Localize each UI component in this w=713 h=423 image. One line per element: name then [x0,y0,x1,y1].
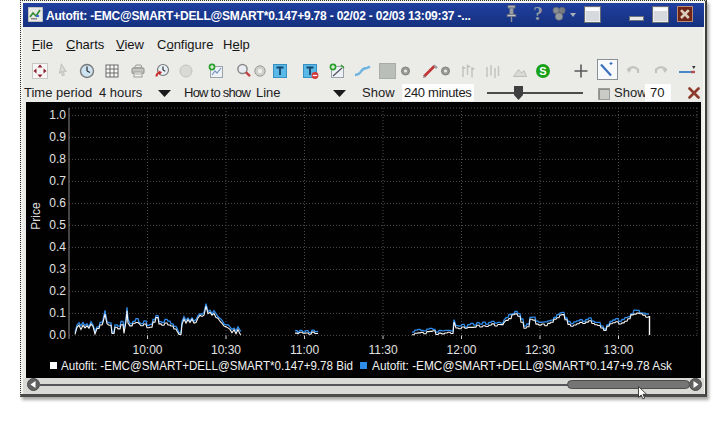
svg-text:0.3: 0.3 [49,262,66,276]
svg-text:11:00: 11:00 [290,343,319,357]
svg-text:Price: Price [29,202,43,230]
svg-text:0.0: 0.0 [49,328,66,342]
svg-text:1.0: 1.0 [49,108,66,122]
svg-text:0.9: 0.9 [49,130,66,144]
svg-text:13:00: 13:00 [603,343,633,357]
svg-text:0.1: 0.1 [49,306,66,320]
svg-text:12:30: 12:30 [525,343,555,357]
svg-text:12:00: 12:00 [446,343,476,357]
svg-text:Autofit: -EMC@SMART+DELL@SMART: Autofit: -EMC@SMART+DELL@SMART*0.147+9.7… [372,358,672,373]
svg-text:10:30: 10:30 [211,343,241,357]
svg-text:Autofit: -EMC@SMART+DELL@SMART: Autofit: -EMC@SMART+DELL@SMART*0.147+9.7… [61,358,353,373]
svg-text:10:00: 10:00 [132,343,162,357]
svg-text:0.7: 0.7 [49,174,66,188]
svg-text:0.8: 0.8 [49,152,66,166]
svg-text:S: S [539,65,546,77]
svg-text:0.6: 0.6 [49,196,66,210]
svg-text:0.5: 0.5 [49,218,66,232]
svg-text:11:30: 11:30 [368,343,397,357]
svg-text:0.4: 0.4 [49,240,66,254]
svg-text:0.2: 0.2 [49,284,66,298]
